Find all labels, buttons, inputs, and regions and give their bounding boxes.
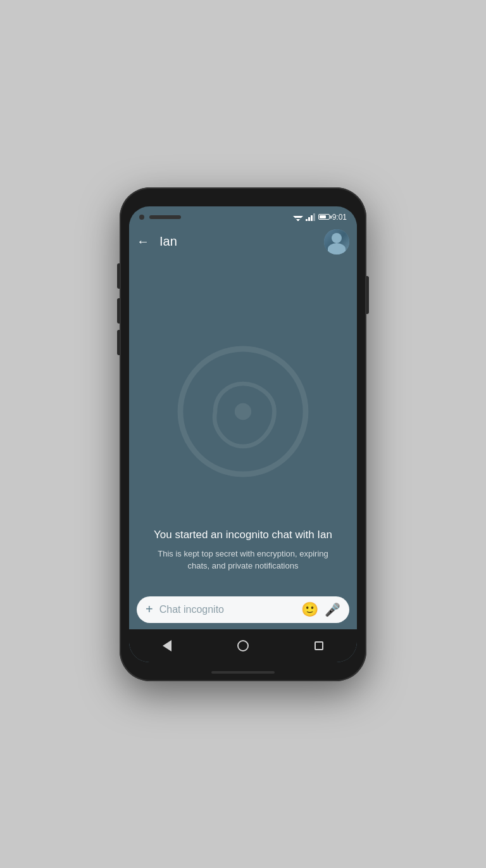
svg-rect-7 [313,213,315,221]
chat-info-title: You started an incognito chat with Ian [148,529,338,541]
status-bar-right: 9:01 [293,213,347,222]
chat-info-block: You started an incognito chat with Ian T… [129,529,357,572]
mic-button[interactable]: 🎤 [325,602,340,617]
nav-back-button[interactable] [151,630,183,662]
contact-name-label: Ian [159,234,177,249]
back-button[interactable]: ← [137,234,149,249]
home-circle-icon [237,640,249,651]
emoji-button[interactable]: 🙂 [301,601,318,618]
svg-rect-6 [311,215,313,221]
nav-home-button[interactable] [227,630,259,662]
app-header: ← Ian [129,224,357,260]
contact-avatar[interactable] [324,229,349,255]
recent-square-icon [315,641,323,650]
add-button[interactable]: + [146,602,153,617]
nav-recent-button[interactable] [303,630,335,662]
wifi-icon [293,213,303,221]
speaker-grill [149,215,181,219]
signal-icon [306,213,316,221]
back-triangle-icon [163,640,171,651]
camera-area [139,215,181,220]
svg-rect-4 [306,219,308,221]
nav-bar [129,629,357,662]
chat-area: You started an incognito chat with Ian T… [129,260,357,591]
battery-icon [318,214,330,220]
status-time: 9:01 [332,213,347,222]
header-left: ← Ian [137,234,177,249]
svg-point-9 [235,403,251,419]
status-bar: 9:01 [129,206,357,224]
avatar-image [324,229,349,255]
input-area: + Chat incognito 🙂 🎤 [129,591,357,629]
camera-dot [139,215,144,220]
chat-info-subtitle: This is kept top secret with encryption,… [148,548,338,572]
phone-device: 9:01 ← Ian You start [120,187,366,681]
message-input[interactable]: Chat incognito [159,604,295,615]
svg-rect-5 [308,217,310,221]
phone-screen: 9:01 ← Ian You start [129,206,357,662]
input-bar: + Chat incognito 🙂 🎤 [137,596,349,623]
background-logo [173,342,313,481]
fingerprint-bar [211,671,275,674]
